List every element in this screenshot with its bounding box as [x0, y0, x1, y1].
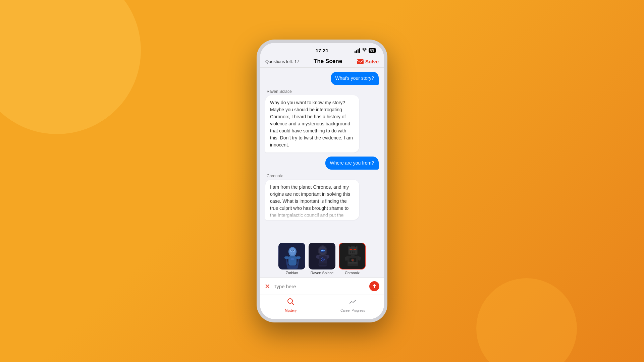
questions-left-label: Questions left: 17 — [265, 59, 299, 64]
svg-point-38 — [352, 259, 354, 261]
zorblax-avatar — [278, 243, 305, 269]
career-tab-label: Career Progress — [340, 309, 365, 312]
svg-rect-39 — [348, 262, 358, 263]
career-tab-icon — [349, 298, 357, 308]
chronoix-illustration — [339, 243, 366, 269]
svg-rect-9 — [284, 256, 289, 259]
svg-point-3 — [289, 248, 296, 255]
chronoix-avatar — [339, 243, 366, 269]
message-input[interactable] — [274, 284, 366, 289]
status-time: 17:21 — [304, 48, 340, 53]
svg-rect-25 — [318, 263, 327, 265]
tab-bar: Mystery Career Progress — [260, 295, 384, 319]
character-name-chronoix: Chronoix — [265, 174, 379, 178]
chat-area[interactable]: What's your story? Raven Solace Why do y… — [260, 68, 384, 239]
chronoix-label: Chronoix — [345, 271, 360, 275]
status-icons: 89 — [340, 48, 376, 53]
ravensolace-illustration — [309, 243, 335, 269]
chart-icon — [349, 298, 357, 306]
close-button[interactable]: ✕ — [265, 283, 270, 290]
character-name-raven: Raven Solace — [265, 89, 379, 94]
character-message-2: Chronoix I am from the planet Chronos, a… — [265, 174, 379, 220]
svg-rect-0 — [357, 59, 364, 64]
battery-indicator: 89 — [369, 48, 376, 53]
solve-button[interactable]: Solve — [357, 58, 379, 64]
zorblax-illustration — [279, 243, 305, 269]
char-bubble-chronoix: I am from the planet Chronos, and my ori… — [265, 180, 359, 220]
svg-rect-10 — [296, 256, 301, 259]
tab-mystery[interactable]: Mystery — [279, 298, 303, 312]
send-button[interactable] — [369, 281, 379, 291]
ravensolace-label: Raven Solace — [311, 271, 334, 275]
signal-bars-icon — [355, 48, 360, 53]
character-list: Zorblax — [265, 243, 379, 275]
character-item-ravensolace[interactable]: Raven Solace — [309, 243, 335, 275]
svg-point-19 — [322, 250, 323, 251]
svg-line-44 — [292, 303, 294, 305]
nav-bar: Questions left: 17 The Scene Solve — [260, 56, 384, 68]
char-bubble-raven: Why do you want to know my story? Maybe … — [265, 95, 359, 153]
mystery-tab-label: Mystery — [285, 309, 297, 312]
user-message-2: Where are you from? — [265, 157, 379, 170]
character-item-zorblax[interactable]: Zorblax — [278, 243, 305, 275]
phone-frame: 17:21 89 — [257, 40, 387, 322]
svg-rect-29 — [350, 249, 352, 250]
svg-point-11 — [290, 258, 294, 260]
scene-title: The Scene — [314, 58, 342, 65]
svg-point-6 — [291, 250, 291, 251]
svg-point-24 — [322, 258, 324, 260]
character-item-chronoix[interactable]: Chronoix — [339, 243, 366, 275]
user-bubble: What's your story? — [331, 72, 379, 85]
tab-career-progress[interactable]: Career Progress — [340, 298, 365, 312]
svg-point-17 — [321, 250, 322, 251]
svg-point-7 — [293, 250, 294, 251]
mystery-tab-icon — [287, 298, 295, 308]
svg-rect-40 — [348, 263, 358, 264]
input-bar: ✕ — [260, 278, 384, 295]
search-icon — [287, 298, 295, 306]
svg-rect-8 — [288, 256, 297, 265]
svg-rect-31 — [350, 251, 351, 253]
svg-rect-30 — [354, 249, 356, 250]
ravensolace-avatar — [309, 243, 335, 269]
svg-point-18 — [323, 250, 325, 251]
user-message-1: What's your story? — [265, 72, 379, 85]
character-selector: Zorblax — [260, 239, 384, 278]
svg-rect-33 — [354, 251, 355, 253]
user-bubble-2: Where are you from? — [325, 157, 379, 170]
envelope-icon — [357, 58, 364, 64]
status-bar: 17:21 89 — [260, 43, 384, 56]
zorblax-label: Zorblax — [286, 271, 298, 275]
send-icon — [372, 284, 377, 289]
character-message-1: Raven Solace Why do you want to know my … — [265, 89, 379, 153]
svg-rect-32 — [352, 251, 353, 253]
wifi-icon — [362, 48, 367, 53]
phone-screen: 17:21 89 — [257, 40, 387, 322]
